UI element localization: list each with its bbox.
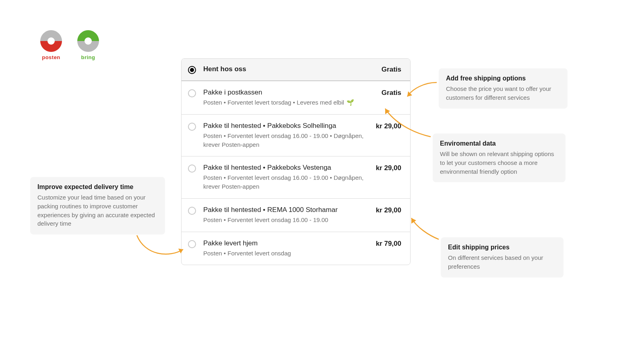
callout-edit-prices: Edit shipping prices On different servic… <box>441 237 564 278</box>
callout-title: Enviromental data <box>440 140 558 147</box>
radio-icon[interactable] <box>188 89 196 97</box>
shipping-option[interactable]: Pakke til hentested • REMA 1000 Storhama… <box>182 198 410 232</box>
arrow-icon <box>133 233 189 261</box>
callout-title: Add free shipping options <box>446 75 560 82</box>
shipping-option-title: Pakke levert hjem <box>203 239 369 247</box>
callout-title: Edit shipping prices <box>448 244 556 251</box>
radio-icon[interactable] <box>188 165 196 173</box>
callout-free-shipping: Add free shipping options Choose the pri… <box>439 68 568 109</box>
shipping-option-title: Pakke til hentested • Pakkeboks Vestenga <box>203 164 369 172</box>
callout-environmental: Enviromental data Will be shown on relev… <box>433 134 566 182</box>
shipping-option[interactable]: Pakke i postkassen Posten • Forventet le… <box>182 81 410 114</box>
callout-body: Customize your lead time based on your p… <box>37 193 158 228</box>
shipping-option[interactable]: Pakke til hentested • Pakkeboks Solhelli… <box>182 114 410 156</box>
bring-logo-label: bring <box>81 54 95 60</box>
radio-icon[interactable] <box>188 207 196 215</box>
shipping-option[interactable]: Pakke levert hjem Posten • Forventet lev… <box>182 232 410 265</box>
radio-icon[interactable] <box>188 123 196 131</box>
shipping-option-desc: Posten • Forventet levert onsdag <box>203 249 369 258</box>
shipping-option-desc: Posten • Forventet levert onsdag 16.00 -… <box>203 132 369 149</box>
callout-title: Improve expected delivery time <box>37 183 158 191</box>
shipping-option[interactable]: Pakke til hentested • Pakkeboks Vestenga… <box>182 156 410 198</box>
svg-point-3 <box>47 37 55 45</box>
posten-logo-disk <box>40 30 62 52</box>
radio-icon[interactable] <box>188 66 196 74</box>
shipping-option-header[interactable]: Hent hos oss Gratis <box>182 59 410 81</box>
shipping-option-title: Hent hos oss <box>203 65 375 73</box>
shipping-option-price: kr 79,00 <box>376 240 401 248</box>
callout-body: Will be shown on relevant shipping optio… <box>440 150 558 176</box>
radio-icon[interactable] <box>188 240 196 248</box>
shipping-option-price: Gratis <box>382 66 401 74</box>
callout-delivery-time: Improve expected delivery time Customize… <box>30 177 165 234</box>
shipping-option-price: Gratis <box>382 89 401 97</box>
shipping-option-price: kr 29,00 <box>376 122 401 130</box>
bring-logo: bring <box>77 30 99 60</box>
svg-marker-11 <box>411 218 416 224</box>
svg-point-7 <box>85 37 92 45</box>
posten-logo: posten <box>40 30 62 60</box>
bring-logo-disk <box>77 30 99 52</box>
posten-logo-label: posten <box>42 54 60 60</box>
arrow-icon <box>407 213 441 241</box>
shipping-option-title: Pakke til hentested • REMA 1000 Storhama… <box>203 206 369 214</box>
shipping-option-title: Pakke i postkassen <box>203 88 375 97</box>
shipping-option-desc: Posten • Forventet levert onsdag 16.00 -… <box>203 216 369 224</box>
callout-body: Choose the price you want to offer your … <box>446 84 560 102</box>
callout-body: On different services based on your pref… <box>448 253 556 271</box>
shipping-option-desc: Posten • Forventet levert onsdag 16.00 -… <box>203 173 369 191</box>
shipping-option-title: Pakke til hentested • Pakkeboks Solhelli… <box>203 122 369 130</box>
leaf-icon: 🌱 <box>347 98 354 107</box>
shipping-option-price: kr 29,00 <box>376 164 401 172</box>
shipping-options-card: Hent hos oss Gratis Pakke i postkassen P… <box>181 58 411 265</box>
shipping-option-desc: Posten • Forventet levert torsdag • Leve… <box>203 98 375 107</box>
shipping-option-price: kr 29,00 <box>376 206 401 214</box>
brand-logos: posten bring <box>40 30 99 60</box>
